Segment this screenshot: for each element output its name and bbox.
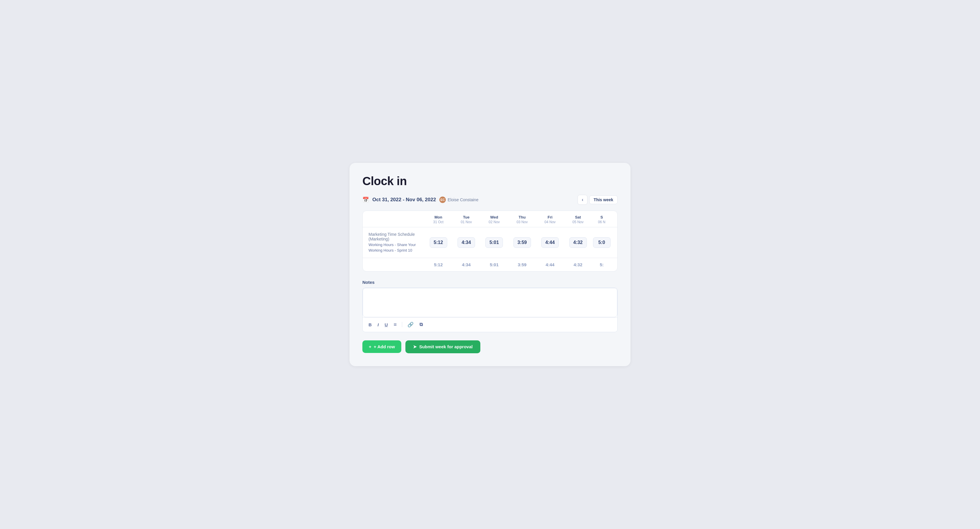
- prev-week-button[interactable]: ‹: [578, 195, 587, 205]
- add-row-button[interactable]: + + Add row: [363, 340, 401, 353]
- col-header-empty: [369, 215, 425, 224]
- actions-row: + + Add row ➤ Submit week for approval: [363, 340, 617, 353]
- header-row: 📅 Oct 31, 2022 - Nov 06, 2022 EC Eloise …: [363, 195, 617, 205]
- total-sun: 5:: [592, 262, 611, 267]
- plus-icon: +: [369, 344, 371, 349]
- time-thu: 3:59: [508, 237, 536, 248]
- total-fri: 4:44: [536, 262, 564, 267]
- calendar-icon: 📅: [363, 196, 369, 203]
- date-range: Oct 31, 2022 - Nov 06, 2022: [372, 197, 436, 203]
- total-mon: 5:12: [425, 262, 452, 267]
- notes-label: Notes: [363, 280, 617, 285]
- add-row-label: + Add row: [374, 344, 395, 349]
- notes-input[interactable]: [363, 288, 617, 317]
- total-tue: 4:34: [452, 262, 480, 267]
- col-header-wed: Wed 02 Nov: [480, 215, 508, 224]
- total-thu: 3:59: [508, 262, 536, 267]
- time-sun: 5:0: [592, 237, 611, 248]
- time-mon: 5:12: [425, 237, 452, 248]
- link-button[interactable]: 🔗: [406, 320, 415, 329]
- time-sat: 4:32: [564, 237, 592, 248]
- week-label: This week: [589, 195, 617, 204]
- week-nav: ‹ This week: [578, 195, 617, 205]
- schedule-info: Marketing Time Schedule (Marketing) Work…: [369, 232, 425, 253]
- table-header: Mon 31 Oct Tue 01 Nov Wed 02 Nov Thu 03 …: [363, 211, 617, 227]
- total-wed: 5:01: [480, 262, 508, 267]
- col-header-thu: Thu 03 Nov: [508, 215, 536, 224]
- user-badge: EC Eloise Constaine: [439, 196, 478, 203]
- total-sat: 4:32: [564, 262, 592, 267]
- user-name: Eloise Constaine: [447, 198, 478, 202]
- send-icon: ➤: [413, 344, 417, 349]
- toolbar-separator: [402, 322, 402, 327]
- notes-toolbar: B I U ≡ 🔗 ⧉: [363, 317, 617, 332]
- submit-week-button[interactable]: ➤ Submit week for approval: [406, 340, 480, 353]
- underline-button[interactable]: U: [383, 321, 390, 328]
- italic-button[interactable]: I: [376, 321, 380, 328]
- schedule-name: Marketing Time Schedule (Marketing): [369, 232, 425, 241]
- avatar: EC: [439, 196, 446, 203]
- col-header-tue: Tue 01 Nov: [452, 215, 480, 224]
- date-user-row: 📅 Oct 31, 2022 - Nov 06, 2022 EC Eloise …: [363, 196, 478, 203]
- page-title: Clock in: [363, 175, 617, 188]
- time-wed: 5:01: [480, 237, 508, 248]
- col-header-sun: S 06 N: [592, 215, 611, 224]
- time-fri: 4:44: [536, 237, 564, 248]
- list-button[interactable]: ≡: [392, 320, 399, 329]
- time-tue: 4:34: [452, 237, 480, 248]
- schedule-sub: Working Hours - Share Your Working Hours…: [369, 242, 425, 253]
- col-header-mon: Mon 31 Oct: [425, 215, 452, 224]
- schedule-table: Mon 31 Oct Tue 01 Nov Wed 02 Nov Thu 03 …: [363, 210, 617, 271]
- notes-section: Notes B I U ≡ 🔗 ⧉: [363, 280, 617, 332]
- table-row: Marketing Time Schedule (Marketing) Work…: [363, 227, 617, 258]
- table-totals: 5:12 4:34 5:01 3:59 4:44 4:32 5:: [363, 258, 617, 271]
- notes-editor-container: B I U ≡ 🔗 ⧉: [363, 288, 617, 332]
- submit-label: Submit week for approval: [419, 344, 473, 349]
- overflow-gradient: [619, 163, 630, 366]
- bold-button[interactable]: B: [367, 321, 374, 328]
- col-header-fri: Fri 04 Nov: [536, 215, 564, 224]
- copy-button[interactable]: ⧉: [418, 321, 425, 328]
- main-card: Clock in 📅 Oct 31, 2022 - Nov 06, 2022 E…: [350, 163, 630, 366]
- col-header-sat: Sat 05 Nov: [564, 215, 592, 224]
